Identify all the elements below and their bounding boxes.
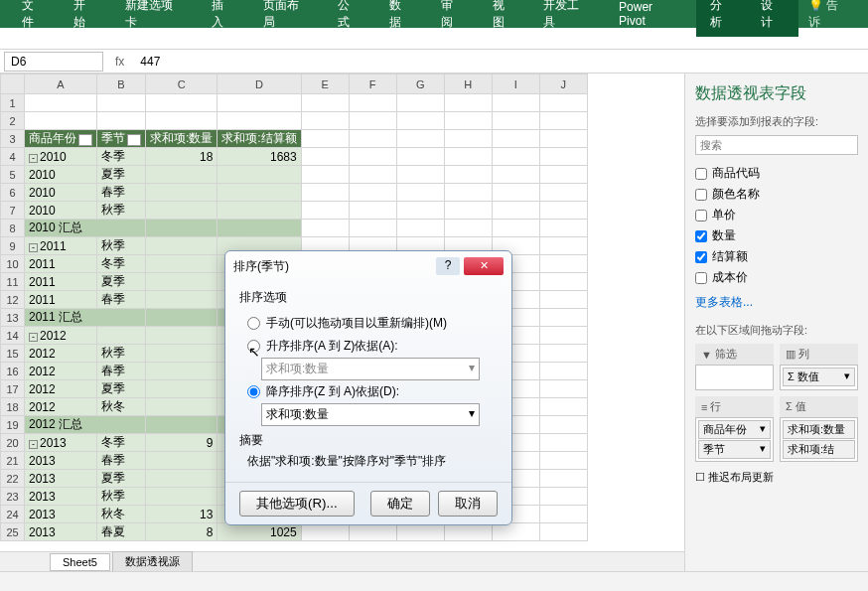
collapse-icon[interactable]: - <box>29 333 38 342</box>
cell[interactable]: -2013 <box>25 434 97 452</box>
cell[interactable] <box>492 220 539 237</box>
row-header[interactable]: 25 <box>1 523 25 541</box>
filter-area[interactable] <box>695 365 774 390</box>
cell[interactable] <box>539 184 587 202</box>
cell[interactable]: 2012 <box>25 363 97 380</box>
row-header[interactable]: 8 <box>1 220 25 237</box>
row-header[interactable]: 23 <box>1 488 25 506</box>
tab-insert[interactable]: 插入 <box>198 0 249 37</box>
tab-data[interactable]: 数据 <box>375 0 427 37</box>
cell[interactable]: 2013 <box>25 470 97 488</box>
cell[interactable] <box>146 112 217 130</box>
cell[interactable] <box>444 130 492 148</box>
row-header[interactable]: 7 <box>1 202 25 220</box>
cell[interactable]: 秋冬 <box>97 398 146 416</box>
cell[interactable] <box>146 345 217 363</box>
cell[interactable] <box>217 202 301 220</box>
cell[interactable]: 2010 <box>25 202 97 220</box>
row-header[interactable]: 3 <box>1 130 25 148</box>
cell[interactable] <box>217 220 301 237</box>
cell[interactable]: 2010 <box>25 184 97 202</box>
cell[interactable]: 春季 <box>97 452 146 470</box>
col-header-I[interactable]: I <box>492 74 539 94</box>
cell[interactable] <box>444 94 492 112</box>
cell[interactable] <box>301 166 349 184</box>
cell[interactable] <box>301 184 349 202</box>
row-header[interactable]: 12 <box>1 291 25 309</box>
help-button[interactable]: ? <box>436 257 460 275</box>
cell[interactable] <box>146 398 217 416</box>
more-options-button[interactable]: 其他选项(R)... <box>239 491 355 517</box>
pt-year-header[interactable]: 商品年份▾ <box>25 130 97 148</box>
cell[interactable] <box>146 237 217 255</box>
cell[interactable] <box>539 112 587 130</box>
cell[interactable] <box>539 380 587 398</box>
row-header[interactable]: 22 <box>1 470 25 488</box>
tab-review[interactable]: 审阅 <box>427 0 479 37</box>
row-header[interactable]: 16 <box>1 363 25 380</box>
cell[interactable] <box>301 94 349 112</box>
row-area[interactable]: 商品年份▾ 季节▾ <box>695 417 774 462</box>
cell[interactable] <box>146 363 217 380</box>
cell[interactable] <box>539 452 587 470</box>
col-header-H[interactable]: H <box>444 74 492 94</box>
row-header[interactable]: 9 <box>1 237 25 255</box>
cell[interactable] <box>349 202 396 220</box>
cell[interactable]: 1025 <box>217 523 301 541</box>
col-header-J[interactable]: J <box>539 74 587 94</box>
row-header[interactable]: 19 <box>1 416 25 434</box>
cell[interactable] <box>539 130 587 148</box>
cell[interactable] <box>217 112 301 130</box>
cell[interactable]: 春季 <box>97 291 146 309</box>
worksheet[interactable]: ABCDEFGHIJ123商品年份▾季节▾求和项:数量求和项:结算额4-2010… <box>0 74 684 571</box>
cell[interactable] <box>492 166 539 184</box>
col-header-F[interactable]: F <box>349 74 396 94</box>
cell[interactable]: 2012 <box>25 380 97 398</box>
value-area[interactable]: 求和项:数量 求和项:结 <box>780 417 858 462</box>
cell[interactable]: 2011 <box>25 273 97 291</box>
cell[interactable] <box>349 523 396 541</box>
tab-file[interactable]: 文件 <box>8 0 60 37</box>
column-area[interactable]: Σ 数值▾ <box>780 365 858 390</box>
sheet-tab-active[interactable]: Sheet5 <box>50 553 110 571</box>
cell[interactable] <box>539 255 587 273</box>
sheet-tab-other[interactable]: 数据透视源 <box>112 551 193 571</box>
defer-layout[interactable]: ☐ 推迟布局更新 <box>695 470 858 485</box>
cell[interactable] <box>396 523 444 541</box>
cell[interactable] <box>539 273 587 291</box>
cell[interactable]: 冬季 <box>97 255 146 273</box>
cell[interactable]: 夏季 <box>97 166 146 184</box>
cell[interactable] <box>349 148 396 166</box>
value-chip-1[interactable]: 求和项:结 <box>783 440 855 459</box>
cell[interactable]: 2013 <box>25 523 97 541</box>
cell[interactable] <box>146 255 217 273</box>
desc-select[interactable]: 求和项:数量▾ <box>261 403 480 426</box>
cell[interactable] <box>146 309 217 327</box>
cell[interactable] <box>444 166 492 184</box>
row-header[interactable]: 14 <box>1 327 25 345</box>
cell[interactable] <box>539 327 587 345</box>
pt-qty-header[interactable]: 求和项:数量 <box>146 130 217 148</box>
radio-desc[interactable] <box>247 385 260 398</box>
cell[interactable] <box>301 202 349 220</box>
cell[interactable]: 春夏 <box>97 523 146 541</box>
field-search[interactable] <box>695 135 858 155</box>
field-checkbox-0[interactable] <box>695 168 707 180</box>
column-chip[interactable]: Σ 数值▾ <box>783 368 855 386</box>
cell[interactable] <box>492 148 539 166</box>
cell[interactable] <box>444 112 492 130</box>
close-button[interactable]: ✕ <box>464 257 504 275</box>
cell[interactable]: 夏季 <box>97 380 146 398</box>
cell[interactable] <box>396 112 444 130</box>
cell[interactable]: 2012 <box>25 345 97 363</box>
tab-analyze[interactable]: 分析 <box>696 0 748 37</box>
subtotal-cell[interactable]: 2012 汇总 <box>25 416 146 434</box>
pt-amt-header[interactable]: 求和项:结算额 <box>217 130 301 148</box>
cell[interactable] <box>444 220 492 237</box>
ok-button[interactable]: 确定 <box>370 491 430 517</box>
col-header-G[interactable]: G <box>396 74 444 94</box>
row-header[interactable]: 24 <box>1 506 25 523</box>
collapse-icon[interactable]: - <box>29 154 38 163</box>
cell[interactable] <box>396 202 444 220</box>
row-chip-1[interactable]: 季节▾ <box>698 440 771 459</box>
